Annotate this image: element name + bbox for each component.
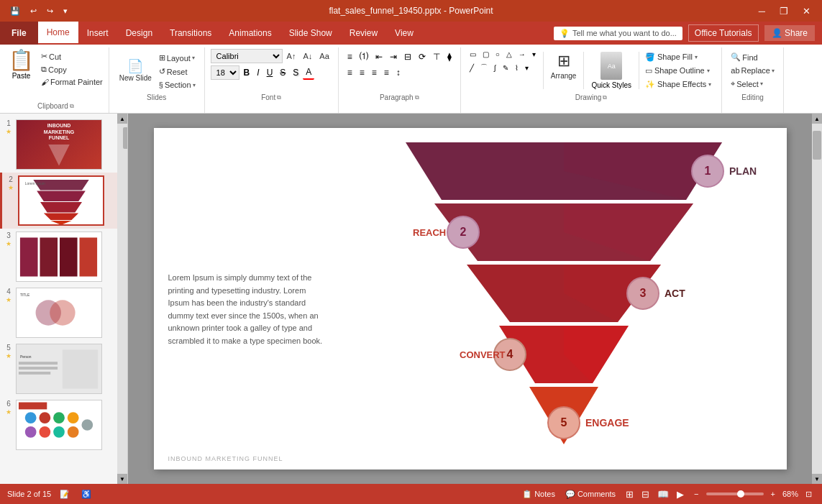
find-button[interactable]: 🔍 Find [728,51,777,63]
right-scroll-down-button[interactable]: ▼ [812,474,822,484]
clipboard-label[interactable]: Clipboard ⧉ [6,101,106,111]
scroll-down-button[interactable]: ▼ [117,474,127,484]
slide-canvas[interactable]: Lorem Ipsum is simply dummy text of the … [154,128,787,469]
shape-scrolldown-button[interactable]: ▾ [522,61,531,74]
zoom-in-button[interactable]: + [768,488,778,500]
slide-item-2[interactable]: 2 ★ Lorem Ipsum [0,173,117,229]
menu-home[interactable]: Home [38,22,78,45]
right-scroll-up-button[interactable]: ▲ [812,114,822,124]
slide-item-6[interactable]: 6 ★ [0,397,117,453]
menu-file[interactable]: File [0,22,38,45]
shape-rounded-button[interactable]: ▢ [480,49,492,60]
menu-slideshow[interactable]: Slide Show [280,22,341,45]
align-text-button[interactable]: ⊤ [430,50,443,63]
replace-button[interactable]: ab Replace ▾ [728,65,777,76]
menu-animations[interactable]: Animations [220,22,280,45]
menu-transitions[interactable]: Transitions [161,22,220,45]
new-slide-button[interactable]: 📄 New Slide [115,49,156,92]
share-button[interactable]: 👤 Share [764,25,815,41]
menu-view[interactable]: View [386,22,422,45]
section-button[interactable]: § Section ▾ [156,79,198,91]
shape-rect-button[interactable]: ▭ [467,49,479,60]
arrange-button[interactable]: ⊞ Arrange [545,49,583,92]
decrease-indent-button[interactable]: ⇤ [373,50,385,63]
scroll-thumb[interactable] [123,127,128,149]
slide-sorter-button[interactable]: ⊟ [639,487,652,501]
comments-button[interactable]: 💬 Comments [562,488,618,500]
columns-button[interactable]: ⊟ [401,50,414,63]
shape-triangle-button[interactable]: △ [503,49,515,60]
align-center-button[interactable]: ≡ [357,66,367,79]
clear-format-button[interactable]: Aa [316,50,332,62]
shadow-button[interactable]: S [290,66,301,79]
office-tutorials-link[interactable]: Office Tutorials [688,24,759,42]
font-size-select[interactable]: 18 [211,65,239,80]
normal-view-button[interactable]: ⊞ [623,487,636,501]
shape-fill-button[interactable]: 🪣 Shape Fill ▾ [641,51,716,63]
menu-review[interactable]: Review [341,22,386,45]
fit-button[interactable]: ⊡ [803,488,815,500]
customize-qat-button[interactable]: ▾ [60,5,70,17]
menu-design[interactable]: Design [117,22,161,45]
text-direction-button[interactable]: ⟳ [416,50,429,63]
minimize-button[interactable]: ─ [754,4,770,18]
drawing-label[interactable]: Drawing ⧉ [467,92,716,103]
editing-label[interactable]: Editing [728,92,777,103]
line-spacing-button[interactable]: ↕ [393,66,403,79]
undo-qat-button[interactable]: ↩ [27,5,40,17]
reading-view-button[interactable]: 📖 [654,487,672,501]
increase-indent-button[interactable]: ⇥ [387,50,400,63]
reset-button[interactable]: ↺ Reset [156,65,198,78]
menu-insert[interactable]: Insert [78,22,117,45]
paragraph-label[interactable]: Paragraph ⧉ [344,92,455,103]
select-button[interactable]: ⌖ Select ▾ [728,78,777,90]
shape-effects-button[interactable]: ✨ Shape Effects ▾ [641,78,716,91]
smartart-button[interactable]: ⧫ [444,50,455,63]
slide-item-3[interactable]: 3 ★ [0,229,117,285]
tell-me-input[interactable]: 💡 Tell me what you want to do... [554,27,682,40]
copy-button[interactable]: ⧉ Copy [38,63,106,75]
shape-arc-button[interactable]: ⌒ [478,61,490,74]
slide-item-4[interactable]: 4 ★ TITLE [0,285,117,341]
slide-notes-indicator[interactable]: 📝 [57,488,73,500]
bold-button[interactable]: B [241,66,253,79]
restore-button[interactable]: ❐ [775,4,793,18]
font-label[interactable]: Font ⧉ [211,92,332,103]
paste-button[interactable]: 📋 Paste [6,49,37,81]
accessibility-button[interactable]: ♿ [78,488,94,500]
redo-qat-button[interactable]: ↪ [44,5,56,17]
increase-font-button[interactable]: A↑ [284,50,299,62]
shape-line-button[interactable]: ╱ [467,61,477,74]
shape-connector-button[interactable]: ⌇ [512,61,521,74]
slide-item-1[interactable]: 1 ★ INBOUNDMARKETINGFUNNEL [0,116,117,173]
bullets-button[interactable]: ≡ [344,50,355,63]
slide-item-5[interactable]: 5 ★ Person [0,341,117,397]
shape-arrow-button[interactable]: → [516,49,529,60]
italic-button[interactable]: I [254,66,262,79]
right-scroll-thumb[interactable] [813,131,821,160]
justify-button[interactable]: ≡ [381,66,392,79]
notes-button[interactable]: 📋 Notes [519,488,558,500]
shape-more-button[interactable]: ▾ [529,49,539,60]
numbering-button[interactable]: ⑴ [357,49,371,64]
shape-freeform-button[interactable]: ✎ [500,61,511,74]
zoom-slider[interactable] [706,492,764,495]
shape-curve-button[interactable]: ∫ [491,61,499,74]
strikethrough-button[interactable]: S [277,66,288,79]
font-color-button[interactable]: A [303,65,314,80]
slideshow-button[interactable]: ▶ [674,487,687,501]
close-button[interactable]: ✕ [798,4,815,18]
underline-button[interactable]: U [264,66,276,79]
scroll-up-button[interactable]: ▲ [117,114,127,124]
zoom-out-button[interactable]: − [691,488,701,500]
cut-button[interactable]: ✂ Cut [38,50,106,63]
slides-label[interactable]: Slides [115,92,198,103]
align-right-button[interactable]: ≡ [369,66,380,79]
format-painter-button[interactable]: 🖌 Format Painter [38,76,106,88]
align-left-button[interactable]: ≡ [344,66,355,79]
font-name-select[interactable]: Calibri [211,49,283,63]
shape-outline-button[interactable]: ▭ Shape Outline ▾ [641,65,716,77]
save-qat-button[interactable]: 💾 [7,5,23,17]
decrease-font-button[interactable]: A↓ [300,50,315,62]
layout-button[interactable]: ⊞ Layout ▾ [156,52,198,64]
